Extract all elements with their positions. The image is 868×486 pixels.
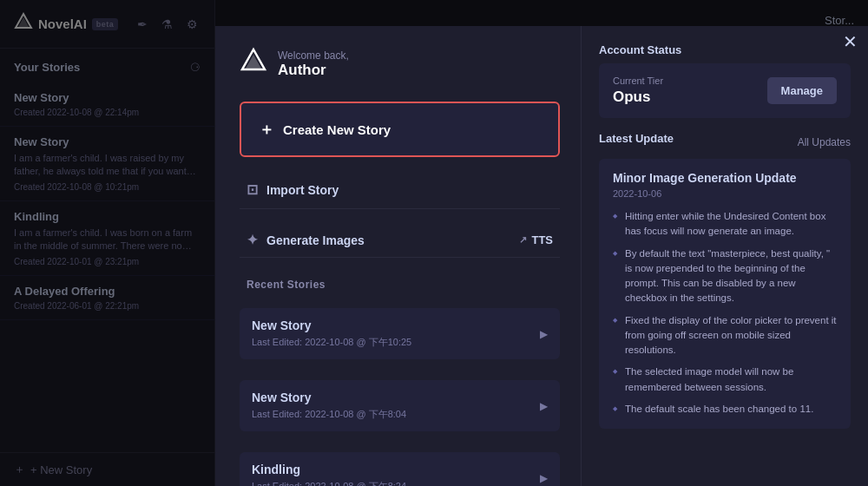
update-list-item: By default the text "masterpiece, best q…: [613, 246, 837, 306]
all-updates-link[interactable]: All Updates: [798, 136, 851, 148]
modal: ✕ Welcome back, Author ＋ Create N: [215, 26, 868, 486]
tts-button[interactable]: ↗ TTS: [519, 233, 553, 246]
update-list-item: Hitting enter while the Undesired Conten…: [613, 209, 837, 240]
modal-right-panel: Account Status Current Tier Opus Manage …: [582, 26, 868, 486]
update-date: 2022-10-06: [613, 188, 837, 199]
update-list-item: The selected image model will now be rem…: [613, 364, 837, 395]
recent-story-info: Kindling Last Edited: 2022-10-08 @ 下午8:2…: [252, 463, 406, 486]
close-button[interactable]: ✕: [843, 33, 858, 50]
recent-stories-title: Recent Stories: [240, 272, 560, 294]
recent-story-name: New Story: [252, 319, 411, 332]
import-story-label: Import Story: [266, 183, 339, 197]
svg-marker-3: [246, 55, 261, 69]
welcome-text: Welcome back, Author: [278, 49, 349, 79]
latest-update-section: Latest Update All Updates Minor Image Ge…: [599, 132, 851, 429]
modal-left-panel: Welcome back, Author ＋ Create New Story …: [215, 26, 582, 486]
external-link-icon: ↗: [519, 234, 527, 246]
manage-button[interactable]: Manage: [767, 77, 837, 104]
recent-story-date: Last Edited: 2022-10-08 @ 下午8:04: [252, 408, 406, 421]
tier-name: Opus: [613, 89, 663, 106]
update-box: Minor Image Generation Update 2022-10-06…: [599, 159, 851, 429]
import-icon: ⊡: [247, 181, 258, 198]
recent-story-date: Last Edited: 2022-10-08 @ 下午10:25: [252, 336, 411, 349]
generate-images-button[interactable]: ✦ Generate Images: [247, 232, 365, 248]
chevron-right-icon: ▶: [540, 472, 548, 484]
account-status-title: Account Status: [599, 43, 851, 56]
recent-story-info: New Story Last Edited: 2022-10-08 @ 下午10…: [252, 319, 411, 349]
author-name: Author: [278, 62, 349, 79]
generate-images-label: Generate Images: [266, 233, 365, 247]
recent-story-date: Last Edited: 2022-10-08 @ 下午8:24: [252, 480, 406, 486]
recent-story-item[interactable]: New Story Last Edited: 2022-10-08 @ 下午10…: [240, 308, 560, 359]
import-story-button[interactable]: ⊡ Import Story: [240, 171, 560, 209]
account-status-section: Account Status Current Tier Opus Manage: [599, 43, 851, 118]
welcome-logo-icon: [240, 47, 267, 81]
create-new-story-button[interactable]: ＋ Create New Story: [240, 102, 560, 157]
create-story-label: Create New Story: [283, 122, 391, 137]
recent-story-name: Kindling: [252, 463, 406, 476]
image-gen-icon: ✦: [247, 232, 258, 248]
update-list-item: The default scale has been changed to 11…: [613, 402, 837, 417]
tier-label: Current Tier: [613, 76, 663, 86]
recent-story-info: New Story Last Edited: 2022-10-08 @ 下午8:…: [252, 391, 406, 421]
tts-label: TTS: [531, 233, 553, 246]
welcome-section: Welcome back, Author: [240, 47, 560, 81]
latest-update-header: Latest Update All Updates: [599, 132, 851, 152]
recent-story-name: New Story: [252, 391, 406, 404]
generate-images-row: ✦ Generate Images ↗ TTS: [240, 223, 560, 258]
update-title: Minor Image Generation Update: [613, 171, 837, 185]
update-list-item: Fixed the display of the color picker to…: [613, 313, 837, 358]
tier-info: Current Tier Opus: [613, 76, 663, 106]
latest-update-title: Latest Update: [599, 132, 674, 145]
recent-story-item[interactable]: Kindling Last Edited: 2022-10-08 @ 下午8:2…: [240, 452, 560, 486]
welcome-back-label: Welcome back,: [278, 49, 349, 62]
recent-story-item[interactable]: New Story Last Edited: 2022-10-08 @ 下午8:…: [240, 380, 560, 431]
create-plus-icon: ＋: [259, 119, 274, 140]
chevron-right-icon: ▶: [540, 400, 548, 412]
modal-overlay: ✕ Welcome back, Author ＋ Create N: [0, 0, 868, 486]
update-list: Hitting enter while the Undesired Conten…: [613, 209, 837, 417]
account-status-box: Current Tier Opus Manage: [599, 63, 851, 118]
chevron-right-icon: ▶: [540, 328, 548, 340]
